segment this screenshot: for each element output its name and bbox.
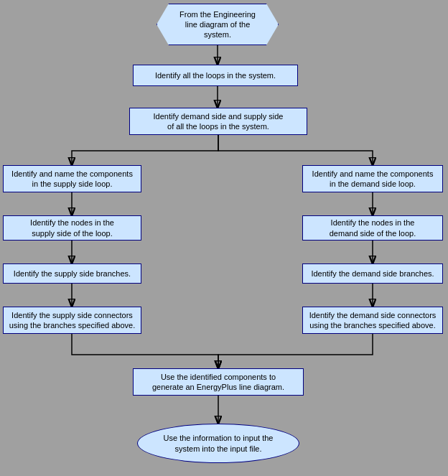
- supply-connectors-node: Identify the supply side connectors usin…: [3, 307, 141, 334]
- demand-components-node: Identify and name the components in the …: [302, 165, 443, 192]
- generate-diagram-node: Use the identified components to generat…: [133, 368, 304, 396]
- identify-demand-supply-node: Identify demand side and supply side of …: [129, 108, 307, 135]
- demand-branches-node: Identify the demand side branches.: [302, 263, 443, 284]
- input-file-node: Use the information to input the system …: [137, 424, 299, 463]
- supply-branches-node: Identify the supply side branches.: [3, 263, 141, 284]
- identify-loops-node: Identify all the loops in the system.: [133, 65, 298, 86]
- demand-connectors-node: Identify the demand side connectors usin…: [302, 307, 443, 334]
- flowchart: From the Engineering line diagram of the…: [0, 0, 448, 476]
- demand-nodes-node: Identify the nodes in the demand side of…: [302, 215, 443, 241]
- supply-nodes-node: Identify the nodes in the supply side of…: [3, 215, 141, 241]
- start-node: From the Engineering line diagram of the…: [157, 4, 279, 45]
- supply-components-node: Identify and name the components in the …: [3, 165, 141, 192]
